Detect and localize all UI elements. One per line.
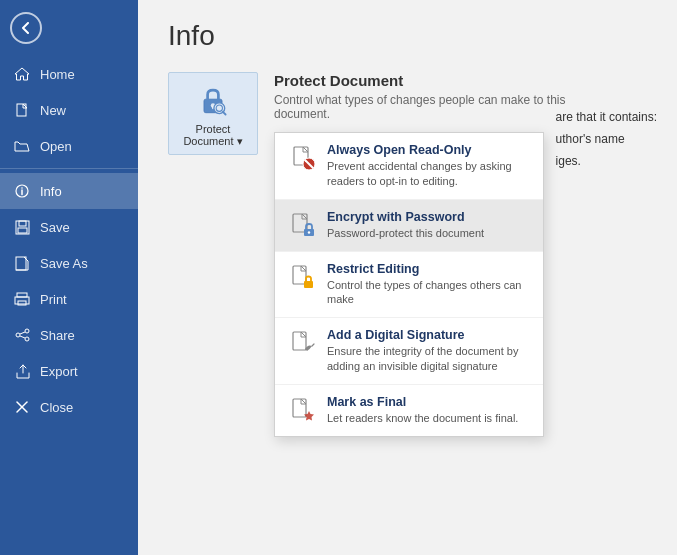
svg-line-34 [312,344,314,346]
svg-rect-6 [18,228,27,233]
sidebar-item-open[interactable]: Open [0,128,138,164]
info-icon [14,183,30,199]
svg-rect-5 [19,221,26,226]
sidebar-item-share-label: Share [40,328,75,343]
share-icon [14,327,30,343]
menu-item-encrypt-text: Encrypt with Password Password-protect t… [327,210,529,241]
protect-dropdown-menu: Always Open Read-Only Prevent accidental… [274,132,544,437]
info-partial-line2: uthor's name [556,132,625,146]
sidebar-item-close-label: Close [40,400,73,415]
back-button[interactable] [10,12,42,44]
sidebar-item-new[interactable]: New [0,92,138,128]
protect-document-icon [195,83,231,119]
menu-item-restrict-desc: Control the types of changes others can … [327,278,529,308]
info-partial-line1: are that it contains: [556,110,657,124]
sidebar-item-open-label: Open [40,139,72,154]
sidebar-item-save-label: Save [40,220,70,235]
open-icon [14,138,30,154]
sidebar-divider [0,168,138,169]
sidebar-item-home[interactable]: Home [0,56,138,92]
protect-document-button[interactable]: ProtectDocument ▾ [168,72,258,155]
sidebar-item-saveas[interactable]: Save As [0,245,138,281]
sidebar-item-export-label: Export [40,364,78,379]
close-nav-icon [14,399,30,415]
svg-point-3 [21,187,23,189]
protect-document-button-label: ProtectDocument ▾ [183,123,242,148]
print-icon [14,291,30,307]
menu-item-signature-title: Add a Digital Signature [327,328,529,342]
menu-item-readonly[interactable]: Always Open Read-Only Prevent accidental… [275,133,543,200]
menu-item-restrict[interactable]: Restrict Editing Control the types of ch… [275,252,543,319]
svg-point-13 [16,333,20,337]
svg-rect-7 [16,257,26,270]
svg-line-14 [20,332,25,334]
sidebar-top [0,0,138,52]
menu-item-final[interactable]: Mark as Final Let readers know the docum… [275,385,543,436]
sidebar-nav: Home New Open [0,56,138,425]
svg-point-30 [308,231,310,233]
menu-item-readonly-text: Always Open Read-Only Prevent accidental… [327,143,529,189]
sidebar-item-new-label: New [40,103,66,118]
svg-line-15 [20,336,25,338]
menu-item-signature-desc: Ensure the integrity of the document by … [327,344,529,374]
menu-item-final-text: Mark as Final Let readers know the docum… [327,395,529,426]
protect-document-title: Protect Document [274,72,594,89]
home-icon [14,66,30,82]
menu-item-readonly-desc: Prevent accidental changes by asking rea… [327,159,529,189]
protect-document-description: Control what types of changes people can… [274,93,594,121]
info-partial-line3: iges. [556,154,581,168]
svg-rect-32 [304,281,313,288]
sidebar-item-save[interactable]: Save [0,209,138,245]
protect-document-text: Protect Document Control what types of c… [274,72,594,121]
menu-item-encrypt-title: Encrypt with Password [327,210,529,224]
sidebar-item-share[interactable]: Share [0,317,138,353]
sidebar-item-info-label: Info [40,184,62,199]
svg-line-24 [223,112,226,115]
sidebar: Home New Open [0,0,138,555]
sidebar-item-close[interactable]: Close [0,389,138,425]
svg-rect-8 [17,293,27,297]
sidebar-item-print[interactable]: Print [0,281,138,317]
export-icon [14,363,30,379]
sidebar-item-export[interactable]: Export [0,353,138,389]
info-row-1: are that it contains: [556,110,657,124]
restrict-icon [289,262,317,290]
info-row-2: uthor's name [556,132,657,146]
readonly-icon [289,143,317,171]
menu-item-restrict-title: Restrict Editing [327,262,529,276]
svg-point-11 [25,329,29,333]
menu-item-signature-text: Add a Digital Signature Ensure the integ… [327,328,529,374]
svg-point-12 [25,337,29,341]
menu-item-encrypt-desc: Password-protect this document [327,226,529,241]
final-icon [289,395,317,423]
sidebar-item-saveas-label: Save As [40,256,88,271]
menu-item-readonly-title: Always Open Read-Only [327,143,529,157]
info-row-3: iges. [556,154,657,168]
saveas-icon [14,255,30,271]
encrypt-icon [289,210,317,238]
sidebar-item-print-label: Print [40,292,67,307]
save-icon [14,219,30,235]
new-icon [14,102,30,118]
signature-icon [289,328,317,356]
main-content: Info ProtectDocument [138,0,677,555]
menu-item-signature[interactable]: Add a Digital Signature Ensure the integ… [275,318,543,385]
menu-item-final-title: Mark as Final [327,395,529,409]
sidebar-item-info[interactable]: Info [0,173,138,209]
page-title: Info [168,20,647,52]
sidebar-item-home-label: Home [40,67,75,82]
info-partial-text: are that it contains: uthor's name iges. [556,110,657,176]
menu-item-encrypt[interactable]: Encrypt with Password Password-protect t… [275,200,543,252]
menu-item-final-desc: Let readers know the document is final. [327,411,529,426]
menu-item-restrict-text: Restrict Editing Control the types of ch… [327,262,529,308]
